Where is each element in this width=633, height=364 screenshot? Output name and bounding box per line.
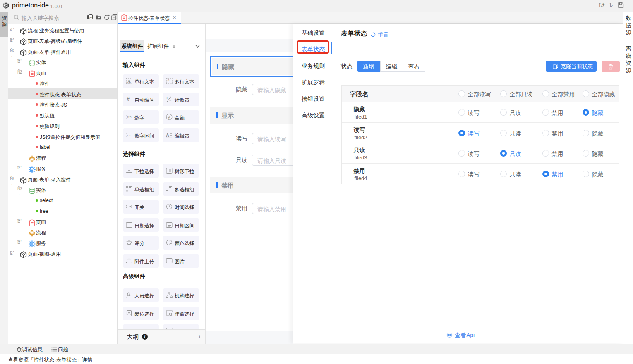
svg-text:A: A: [167, 78, 170, 82]
svg-text:1-3: 1-3: [127, 134, 131, 136]
svg-text:+: +: [166, 96, 168, 100]
svg-text:A: A: [166, 133, 169, 138]
svg-text:−: −: [169, 99, 171, 102]
svg-text:#: #: [127, 96, 130, 102]
svg-text:123: 123: [127, 116, 132, 119]
svg-text:¥: ¥: [168, 115, 170, 119]
svg-text:on: on: [90, 16, 92, 18]
svg-text:A: A: [127, 79, 131, 83]
